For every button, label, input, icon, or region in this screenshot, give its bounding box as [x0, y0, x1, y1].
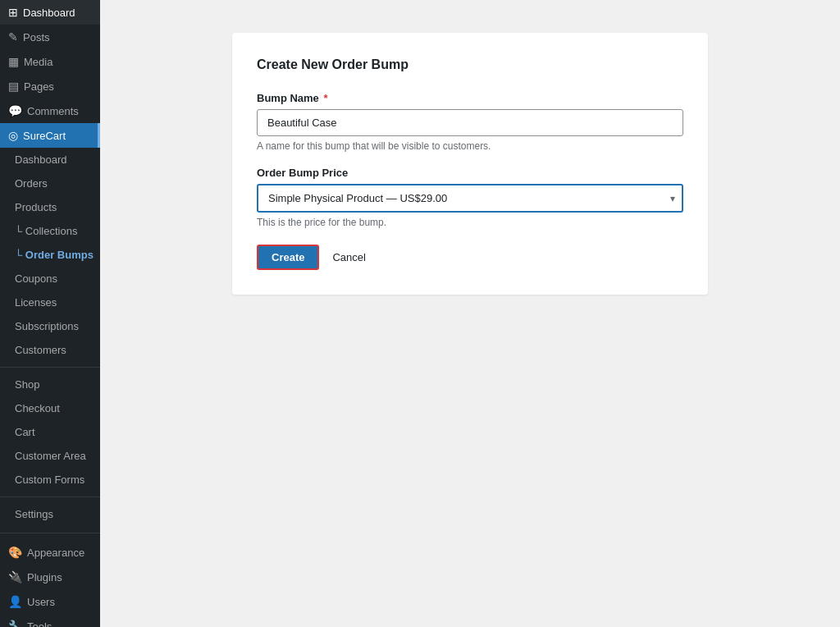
sidebar-item-label: Posts: [23, 31, 50, 43]
sidebar-item-plugins[interactable]: 🔌 Plugins: [0, 565, 100, 589]
appearance-icon: 🎨: [8, 546, 22, 559]
sidebar-item-licenses[interactable]: Licenses: [0, 291, 100, 314]
create-order-bump-modal: Create New Order Bump Bump Name * A name…: [232, 33, 708, 295]
sidebar-item-posts[interactable]: ✎ Posts: [0, 25, 100, 49]
sidebar-item-products[interactable]: Products: [0, 195, 100, 219]
sidebar-item-orders[interactable]: Orders: [0, 172, 100, 195]
sidebar-item-label: Comments: [27, 105, 79, 117]
comments-icon: 💬: [8, 104, 22, 117]
sidebar-item-label: Dashboard: [23, 7, 75, 19]
order-bump-price-label: Order Bump Price: [257, 167, 683, 179]
users-icon: 👤: [8, 595, 22, 608]
sidebar-item-media[interactable]: ▦ Media: [0, 49, 100, 74]
surecart-submenu: Dashboard Orders Products └ Collections …: [0, 148, 100, 526]
surecart-icon: ◎: [8, 129, 18, 142]
form-actions: Create Cancel: [257, 245, 683, 270]
sidebar-item-surecart[interactable]: ◎ SureCart: [0, 123, 100, 148]
posts-icon: ✎: [8, 30, 18, 43]
sidebar-item-pages[interactable]: ▤ Pages: [0, 74, 100, 98]
required-indicator: *: [323, 92, 327, 104]
plugins-icon: 🔌: [8, 570, 22, 584]
sidebar-item-customer-area[interactable]: Customer Area: [0, 444, 100, 468]
bump-name-group: Bump Name * A name for this bump that wi…: [257, 92, 683, 152]
sidebar-item-order-bumps[interactable]: └ Order Bumps: [0, 243, 100, 267]
bump-name-input[interactable]: [257, 109, 683, 136]
divider-2: [0, 497, 100, 497]
sidebar-item-sc-dashboard[interactable]: Dashboard: [0, 148, 100, 172]
tools-icon: 🔧: [8, 620, 22, 627]
sidebar-item-collections[interactable]: └ Collections: [0, 219, 100, 243]
sidebar-item-tools[interactable]: 🔧 Tools: [0, 614, 100, 627]
bump-name-hint: A name for this bump that will be visibl…: [257, 140, 683, 152]
sidebar-item-comments[interactable]: 💬 Comments: [0, 98, 100, 123]
sidebar-item-customers[interactable]: Customers: [0, 338, 100, 362]
bump-name-label: Bump Name *: [257, 92, 683, 104]
order-bump-price-group: Order Bump Price Simple Physical Product…: [257, 167, 683, 228]
sidebar-item-cart[interactable]: Cart: [0, 420, 100, 444]
media-icon: ▦: [8, 55, 19, 68]
order-bump-price-select[interactable]: Simple Physical Product — US$29.00: [257, 184, 683, 213]
sidebar-item-label: SureCart: [23, 130, 66, 142]
modal-title: Create New Order Bump: [257, 57, 683, 72]
sidebar-item-label: Media: [24, 56, 52, 68]
sidebar-item-subscriptions[interactable]: Subscriptions: [0, 314, 100, 338]
sidebar: ⊞ Dashboard ✎ Posts ▦ Media ▤ Pages 💬 Co…: [0, 0, 100, 627]
create-button[interactable]: Create: [257, 245, 319, 270]
sidebar-item-coupons[interactable]: Coupons: [0, 267, 100, 291]
divider-wp: [0, 533, 100, 533]
main-content: Create New Order Bump Bump Name * A name…: [100, 0, 840, 627]
sidebar-item-shop[interactable]: Shop: [0, 373, 100, 396]
sidebar-item-sc-settings[interactable]: Settings: [0, 502, 100, 526]
sidebar-item-custom-forms[interactable]: Custom Forms: [0, 468, 100, 492]
divider: [0, 367, 100, 368]
sidebar-item-users[interactable]: 👤 Users: [0, 589, 100, 614]
sidebar-item-label: Pages: [24, 80, 54, 93]
pages-icon: ▤: [8, 80, 19, 93]
sidebar-item-checkout[interactable]: Checkout: [0, 396, 100, 420]
sidebar-item-dashboard[interactable]: ⊞ Dashboard: [0, 0, 100, 25]
dashboard-icon: ⊞: [8, 6, 18, 19]
cancel-button[interactable]: Cancel: [329, 246, 368, 268]
sidebar-item-appearance[interactable]: 🎨 Appearance: [0, 540, 100, 565]
order-bump-price-hint: This is the price for the bump.: [257, 217, 683, 228]
price-select-wrapper: Simple Physical Product — US$29.00 ▾: [257, 184, 683, 213]
